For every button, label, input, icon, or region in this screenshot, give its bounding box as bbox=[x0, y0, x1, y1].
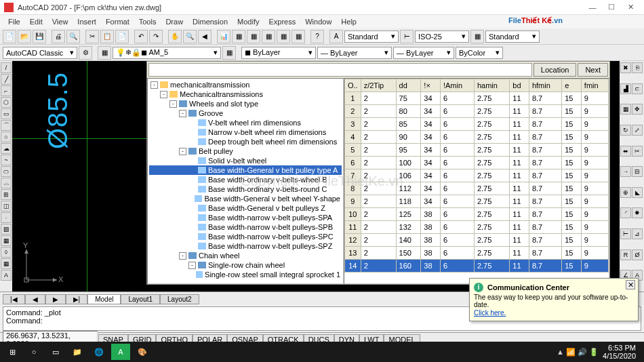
ellipsearc-tool[interactable]: ⌓ bbox=[1, 178, 12, 188]
cell[interactable]: 15 bbox=[562, 195, 582, 208]
row-header[interactable]: 13 bbox=[345, 247, 361, 260]
cell[interactable]: 15 bbox=[562, 169, 582, 182]
menu-window[interactable]: Window bbox=[301, 16, 336, 27]
cell[interactable]: 11 bbox=[510, 144, 529, 157]
cell[interactable]: 2.75 bbox=[474, 131, 509, 144]
cell[interactable]: 38 bbox=[421, 247, 441, 260]
rotate-tool[interactable]: ↻ bbox=[620, 125, 631, 136]
dim-diameter-tool[interactable]: Ø bbox=[632, 249, 643, 260]
circle-tool[interactable]: ○ bbox=[1, 132, 12, 142]
cell[interactable]: 9 bbox=[581, 195, 608, 208]
zoom-prev-button[interactable]: ◀ bbox=[198, 30, 212, 43]
cell[interactable]: 6 bbox=[440, 169, 474, 182]
cell[interactable]: 11 bbox=[510, 169, 529, 182]
table-row[interactable]: 1421603862.75118.7159 bbox=[345, 260, 609, 273]
ellipse-tool[interactable]: ⬭ bbox=[1, 166, 12, 177]
cell[interactable]: 2.75 bbox=[474, 195, 509, 208]
cell[interactable]: 100 bbox=[396, 157, 421, 169]
cell[interactable]: 34 bbox=[421, 92, 441, 105]
table-row[interactable]: 22803462.75118.7159 bbox=[345, 105, 609, 118]
tree-expand-icon[interactable]: - bbox=[188, 262, 196, 269]
cell[interactable]: 9 bbox=[581, 234, 608, 247]
dim-radius-tool[interactable]: R bbox=[620, 249, 631, 260]
cell[interactable]: 6 bbox=[440, 208, 474, 221]
cell[interactable]: 11 bbox=[510, 118, 529, 131]
search-input[interactable] bbox=[148, 63, 532, 77]
scale-tool[interactable]: ⤢ bbox=[632, 125, 643, 136]
cell[interactable]: 11 bbox=[510, 92, 529, 105]
explorer-icon[interactable]: 📁 bbox=[68, 344, 87, 360]
cell[interactable]: 2 bbox=[361, 182, 396, 195]
tree-expand-icon[interactable]: - bbox=[179, 110, 186, 117]
cell[interactable]: 15 bbox=[562, 234, 582, 247]
layer-select[interactable]: 💡❄🔒◼ AM_5▾ bbox=[113, 47, 221, 59]
row-header[interactable]: 3 bbox=[345, 118, 361, 131]
cell[interactable]: 9 bbox=[581, 118, 608, 131]
cell[interactable]: 2.75 bbox=[474, 169, 509, 182]
paste-button[interactable]: 📄 bbox=[115, 30, 129, 43]
arc-tool[interactable]: ⌒ bbox=[1, 120, 12, 131]
menu-edit[interactable]: Edit bbox=[26, 16, 47, 27]
rect-tool[interactable]: ▭ bbox=[1, 108, 12, 119]
dimstyle-select[interactable]: ISO-25▾ bbox=[415, 31, 469, 43]
sheet-button[interactable]: ▦ bbox=[262, 30, 275, 43]
menu-help[interactable]: Help bbox=[337, 16, 361, 27]
stretch-tool[interactable]: ⬌ bbox=[620, 146, 631, 157]
copy-button[interactable]: 📋 bbox=[100, 30, 114, 43]
cell[interactable]: 9 bbox=[581, 208, 608, 221]
cell[interactable]: 34 bbox=[421, 182, 441, 195]
cell[interactable]: 15 bbox=[562, 182, 582, 195]
menu-dimension[interactable]: Dimension bbox=[188, 16, 232, 27]
tab-nav-button[interactable]: ▶ bbox=[45, 294, 66, 304]
cell[interactable]: 11 bbox=[510, 182, 529, 195]
menu-modify[interactable]: Modify bbox=[233, 16, 263, 27]
table-row[interactable]: 1121323862.75118.7159 bbox=[345, 221, 609, 234]
cell[interactable]: 11 bbox=[510, 208, 529, 221]
cell[interactable]: 2.75 bbox=[474, 92, 509, 105]
taskview-button[interactable]: ▭ bbox=[46, 344, 65, 360]
tool-palette-button[interactable]: ▦ bbox=[247, 30, 260, 43]
row-header[interactable]: 8 bbox=[345, 182, 361, 195]
cell[interactable]: 6 bbox=[440, 182, 474, 195]
cell[interactable]: 2 bbox=[361, 195, 396, 208]
table-tool[interactable]: ▦ bbox=[1, 258, 12, 269]
row-header[interactable]: 11 bbox=[345, 221, 361, 234]
cell[interactable]: 132 bbox=[396, 221, 421, 234]
table-row[interactable]: 621003462.75118.7159 bbox=[345, 157, 609, 169]
cell[interactable]: 2.75 bbox=[474, 157, 509, 169]
cell[interactable]: 9 bbox=[581, 169, 608, 182]
tab-layout2[interactable]: Layout2 bbox=[160, 294, 199, 304]
column-header[interactable]: z/2Tip bbox=[361, 79, 396, 92]
cell[interactable]: 34 bbox=[421, 144, 441, 157]
textstyle-icon[interactable]: A bbox=[329, 30, 343, 43]
cell[interactable]: 9 bbox=[581, 131, 608, 144]
cell[interactable]: 118 bbox=[396, 195, 421, 208]
cell[interactable]: 8.7 bbox=[529, 182, 561, 195]
cell[interactable]: 6 bbox=[440, 105, 474, 118]
cell[interactable]: 106 bbox=[396, 169, 421, 182]
chamfer-tool[interactable]: ◣ bbox=[632, 187, 643, 198]
cell[interactable]: 2.75 bbox=[474, 144, 509, 157]
column-header[interactable]: dd bbox=[396, 79, 421, 92]
tab-layout1[interactable]: Layout1 bbox=[121, 294, 160, 304]
tab-model[interactable]: Model bbox=[87, 294, 121, 304]
insert-tool[interactable]: ⊞ bbox=[1, 189, 12, 200]
cell[interactable]: 2.75 bbox=[474, 208, 509, 221]
tree-item[interactable]: Base width-narrow v-belt pulleys-SPB bbox=[149, 222, 342, 232]
table-row[interactable]: 1021253862.75118.7159 bbox=[345, 208, 609, 221]
maximize-button[interactable]: ☐ bbox=[602, 1, 621, 14]
cell[interactable]: 75 bbox=[396, 92, 421, 105]
tree-item[interactable]: Deep trough belt wheel rim dimensions bbox=[149, 137, 342, 146]
cell[interactable]: 15 bbox=[562, 118, 582, 131]
chrome-icon[interactable]: 🌐 bbox=[89, 344, 108, 360]
cell[interactable]: 2 bbox=[361, 260, 396, 273]
row-header[interactable]: 7 bbox=[345, 169, 361, 182]
menu-insert[interactable]: Insert bbox=[73, 16, 100, 27]
column-header[interactable]: bd bbox=[510, 79, 529, 92]
tree-item[interactable]: -Single-row chain wheel bbox=[149, 260, 342, 270]
column-header[interactable]: hfmin bbox=[529, 79, 561, 92]
tablestyle-select[interactable]: Standard▾ bbox=[485, 31, 540, 43]
menu-tools[interactable]: Tools bbox=[135, 16, 161, 27]
cell[interactable]: 9 bbox=[581, 221, 608, 234]
color-select[interactable]: ◼ ByLayer▾ bbox=[241, 47, 316, 59]
